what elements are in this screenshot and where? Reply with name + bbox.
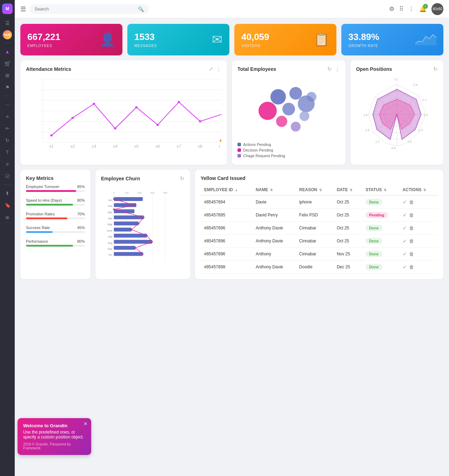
- more-icon[interactable]: ⋮: [408, 5, 414, 13]
- search-input[interactable]: [34, 6, 135, 12]
- sidebar-icon-check[interactable]: ☑: [2, 171, 12, 181]
- cell-reason: Cinnabar: [296, 235, 333, 248]
- apps-icon[interactable]: ⠿: [399, 5, 403, 13]
- sidebar-icon-list[interactable]: ≡: [2, 159, 12, 169]
- th-date[interactable]: DATE ⇅: [333, 185, 362, 195]
- sidebar-icon-edit[interactable]: ✏: [2, 123, 12, 133]
- sidebar-icon-refresh[interactable]: ↻: [2, 135, 12, 145]
- more-options-icon[interactable]: ⋮: [216, 66, 221, 72]
- svg-point-16: [199, 120, 201, 122]
- sidebar-icon-upload[interactable]: ⬆: [2, 188, 12, 198]
- stat-messages-label: MESSAGES: [134, 44, 157, 48]
- svg-text:1.5: 1.5: [365, 128, 369, 132]
- svg-text:300: 300: [150, 191, 154, 194]
- svg-point-39: [259, 102, 277, 120]
- metric-label-speed: Speed to Hire (Days) 80%: [26, 198, 85, 202]
- search-box: 🔍: [29, 4, 149, 14]
- sidebar-icon-grid[interactable]: ⊞: [2, 71, 12, 80]
- svg-text:Aug: Aug: [108, 241, 112, 244]
- action-delete-icon[interactable]: 🗑: [409, 212, 414, 218]
- charts-row: Attendance Metrics ⤢ ⋮: [20, 60, 443, 165]
- action-check-icon[interactable]: ✓: [403, 225, 407, 231]
- cell-reason: Felix PSD: [296, 209, 333, 222]
- main-area: ☰ 🔍 ⚙ ⠿ ⋮ 🔔 5 80x80 667,221 EMPLOYEES: [15, 0, 449, 476]
- svg-text:June: June: [107, 229, 112, 232]
- sidebar-icon-text[interactable]: T: [2, 147, 12, 157]
- refresh-icon[interactable]: ↻: [327, 66, 332, 72]
- toast-close-button[interactable]: ✕: [83, 421, 88, 427]
- action-delete-icon[interactable]: 🗑: [409, 251, 414, 257]
- refresh-churn-icon[interactable]: ↻: [180, 175, 185, 182]
- expand-icon[interactable]: ⤢: [209, 66, 213, 72]
- content-area: 667,221 EMPLOYEES 👤 1533 MESSAGES ✉ 40,0…: [15, 18, 449, 476]
- sidebar-icon-cart[interactable]: 🛒: [2, 59, 12, 68]
- svg-rect-89: [114, 234, 147, 237]
- svg-point-34: [289, 87, 302, 100]
- th-reason[interactable]: REASON ⇅: [296, 185, 333, 195]
- cell-status: Done: [362, 235, 399, 248]
- total-employees-actions: ↻ ⋮: [327, 66, 340, 72]
- svg-text:-: -: [40, 130, 41, 134]
- svg-point-9: [50, 134, 53, 136]
- svg-point-103: [151, 241, 153, 243]
- action-check-icon[interactable]: ✓: [403, 264, 407, 270]
- svg-text:x7: x7: [177, 145, 181, 148]
- sidebar-icon-bookmark[interactable]: 🔖: [2, 200, 12, 210]
- cell-date: Nov 25: [333, 248, 362, 261]
- table-row: #85457895 David Perry Felix PSD Oct 25 P…: [201, 209, 438, 222]
- action-check-icon[interactable]: ✓: [403, 199, 407, 205]
- cell-name: Anthony Davie: [252, 222, 296, 235]
- stat-cards-row: 667,221 EMPLOYEES 👤 1533 MESSAGES ✉ 40,0…: [20, 24, 443, 55]
- action-check-icon[interactable]: ✓: [403, 212, 407, 218]
- user-avatar[interactable]: 80x80: [431, 3, 443, 15]
- stat-card-messages: 1533 MESSAGES ✉: [127, 24, 229, 55]
- app-logo[interactable]: M: [2, 4, 13, 14]
- notifications-icon[interactable]: 🔔 5: [419, 5, 427, 13]
- action-delete-icon[interactable]: 🗑: [409, 199, 414, 205]
- employee-churn-card: Employee Churn ↻ 0 100 200 300 400: [95, 170, 190, 279]
- svg-rect-91: [114, 240, 152, 244]
- open-positions-actions: ↻: [433, 66, 438, 72]
- cell-date: Oct 25: [333, 195, 362, 209]
- cell-status: Done: [362, 195, 399, 209]
- cell-actions: ✓ 🗑: [399, 222, 438, 235]
- cell-id: #85457896: [201, 248, 252, 261]
- th-status[interactable]: STATUS ⇅: [362, 185, 399, 195]
- status-badge: Done: [366, 238, 382, 244]
- svg-point-40: [276, 116, 287, 127]
- table-row: #85457896 Anthony Davie Cinnabar Oct 25 …: [201, 235, 438, 248]
- sidebar-avatar[interactable]: NUE: [3, 30, 12, 39]
- svg-text:x3: x3: [92, 145, 96, 148]
- sidebar-icon-home[interactable]: ▲: [2, 47, 12, 56]
- action-check-icon[interactable]: ✓: [403, 238, 407, 244]
- sort-icon-actions: ⇅: [423, 188, 426, 192]
- action-delete-icon[interactable]: 🗑: [409, 225, 414, 231]
- svg-text:0: 0: [113, 191, 115, 194]
- stat-growth-icon: [415, 31, 436, 48]
- refresh-icon-op[interactable]: ↻: [433, 66, 438, 72]
- sidebar-icon-filter[interactable]: ≣: [2, 212, 12, 222]
- svg-text:100: 100: [125, 191, 129, 194]
- svg-text:400: 400: [163, 191, 167, 194]
- sidebar-icon-dots[interactable]: ···: [2, 100, 12, 109]
- legend-dot-decision: [237, 148, 241, 152]
- sidebar-icon-login[interactable]: ⎆: [2, 112, 12, 121]
- sidebar-icon-flag[interactable]: ⚑: [2, 82, 12, 92]
- cell-status: Done: [362, 248, 399, 261]
- topbar-menu-icon[interactable]: ☰: [20, 5, 26, 13]
- action-check-icon[interactable]: ✓: [403, 251, 407, 257]
- svg-text:x1: x1: [49, 145, 54, 148]
- legend-actions-pending: Actions Pending: [237, 142, 340, 147]
- cell-actions: ✓ 🗑: [399, 195, 438, 209]
- sidebar-menu-icon[interactable]: ☰: [2, 18, 12, 28]
- settings-icon[interactable]: ⚙: [389, 5, 394, 13]
- th-employee-id[interactable]: EMPLOYEE ID ▲: [201, 185, 252, 195]
- th-name[interactable]: NAME ⇅: [252, 185, 296, 195]
- more-icon-te[interactable]: ⋮: [335, 66, 340, 72]
- legend-label-decision: Decision Pending: [243, 148, 273, 152]
- action-delete-icon[interactable]: 🗑: [409, 238, 414, 244]
- action-delete-icon[interactable]: 🗑: [409, 264, 414, 270]
- svg-point-100: [138, 223, 140, 224]
- attendance-chart: x1 x2 x3 x4 x5 x6 x7 x8 r - - - -: [26, 76, 221, 153]
- sidebar-divider-1: [4, 43, 11, 43]
